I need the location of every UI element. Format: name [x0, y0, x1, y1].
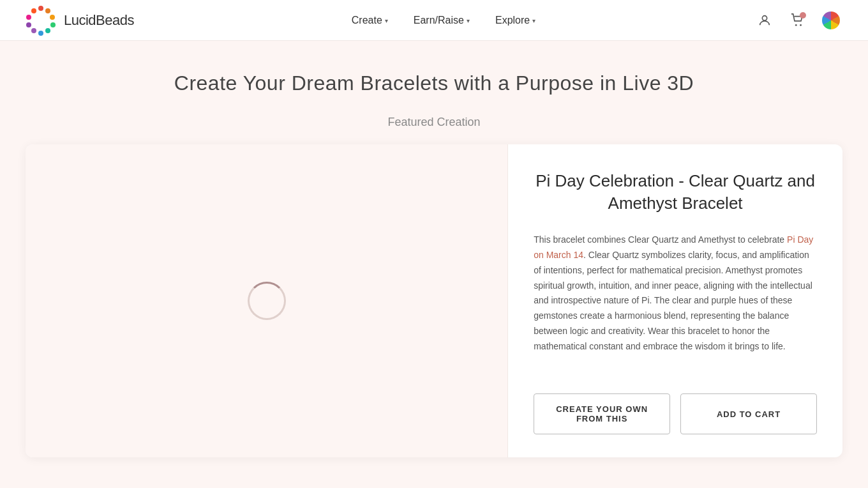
nav-explore[interactable]: Explore ▾ [485, 10, 546, 31]
svg-point-6 [31, 28, 36, 33]
featured-label: Featured Creation [0, 116, 868, 129]
user-account-button[interactable] [753, 9, 776, 32]
hero-section: Create Your Dream Bracelets with a Purpo… [0, 41, 868, 116]
create-chevron-icon: ▾ [385, 17, 388, 24]
bracelet-preview-area [26, 144, 507, 457]
cart-badge [791, 13, 805, 27]
color-picker-button[interactable] [819, 9, 842, 32]
desc-body: . Clear Quartz symbolizes clarity, focus… [534, 250, 812, 351]
nav-icons [753, 9, 842, 32]
hero-title: Create Your Dream Bracelets with a Purpo… [13, 72, 855, 95]
bracelet-description: This bracelet combines Clear Quartz and … [534, 233, 817, 373]
explore-chevron-icon: ▾ [532, 17, 535, 24]
nav-create[interactable]: Create ▾ [341, 10, 398, 31]
user-icon [758, 13, 772, 27]
svg-point-4 [45, 28, 50, 33]
nav-earn-raise[interactable]: Earn/Raise ▾ [403, 10, 480, 31]
logo-text: LucidBeads [64, 12, 134, 29]
bracelet-description-panel: Pi Day Celebration - Clear Quartz and Am… [507, 144, 842, 457]
svg-point-11 [795, 24, 797, 26]
svg-point-0 [38, 6, 43, 11]
logo-link[interactable]: LucidBeads [26, 5, 134, 36]
svg-point-10 [762, 15, 767, 20]
create-own-button[interactable]: CREATE YOUR OWN FROM THIS [534, 393, 670, 434]
logo-icon [26, 5, 56, 36]
nav-links: Create ▾ Earn/Raise ▾ Explore ▾ [341, 10, 546, 31]
loading-spinner [248, 282, 286, 320]
earn-raise-chevron-icon: ▾ [467, 17, 470, 24]
bracelet-title: Pi Day Celebration - Clear Quartz and Am… [534, 170, 817, 215]
svg-point-5 [38, 31, 43, 36]
svg-point-12 [800, 24, 802, 26]
svg-point-7 [26, 22, 31, 27]
cart-dot-indicator [800, 12, 806, 19]
featured-card: Pi Day Celebration - Clear Quartz and Am… [26, 144, 842, 457]
color-circle-icon [822, 11, 840, 29]
svg-point-9 [31, 8, 36, 13]
svg-point-8 [26, 15, 31, 20]
add-to-cart-button[interactable]: ADD TO CART [680, 393, 817, 434]
action-buttons: CREATE YOUR OWN FROM THIS ADD TO CART [534, 393, 817, 434]
svg-point-1 [45, 8, 50, 13]
svg-point-3 [50, 22, 56, 27]
svg-point-2 [50, 15, 55, 20]
navbar: LucidBeads Create ▾ Earn/Raise ▾ Explore… [0, 0, 868, 41]
desc-intro: This bracelet combines Clear Quartz and … [534, 234, 787, 245]
cart-button[interactable] [786, 9, 809, 32]
